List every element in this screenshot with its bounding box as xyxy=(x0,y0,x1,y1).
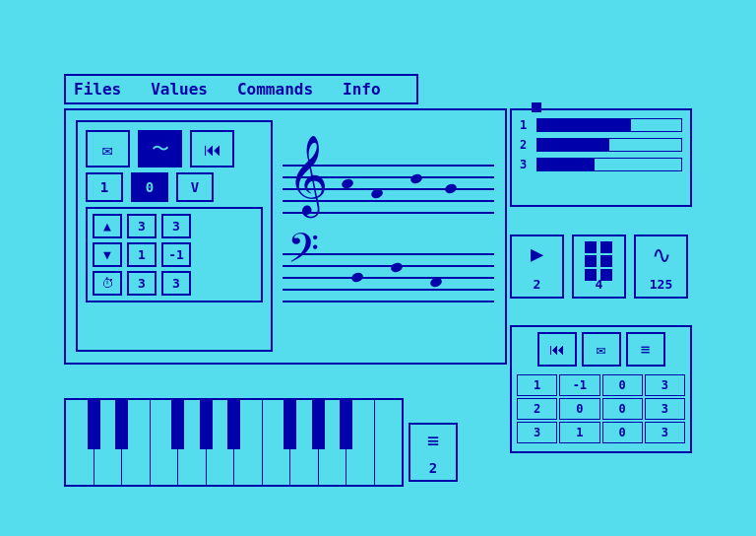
play-button[interactable]: ▶ 2 xyxy=(510,234,564,299)
track-panel: 1 2 3 xyxy=(510,108,692,207)
grid-icon xyxy=(585,241,614,271)
br-list-icon[interactable]: ≡ xyxy=(626,332,665,367)
grid-cell-1-2[interactable]: -1 xyxy=(559,374,599,396)
br-envelope-icon[interactable]: ✉ xyxy=(582,332,621,367)
track-bar-2[interactable] xyxy=(536,138,682,152)
play-icon: ▶ xyxy=(531,241,543,266)
treble-clef: 𝄞 xyxy=(287,140,328,209)
menu-files[interactable]: Files xyxy=(74,80,121,99)
icon-envelope[interactable]: ✉ xyxy=(86,130,130,168)
black-key-6[interactable] xyxy=(284,400,296,449)
decrescendo-icon[interactable]: ▼ xyxy=(93,242,122,267)
black-key-8[interactable] xyxy=(340,400,352,449)
val-3c[interactable]: 3 xyxy=(127,271,157,296)
num-row: 1 0 V xyxy=(86,172,263,202)
inner-row-2: ▼ 1 -1 xyxy=(93,242,256,267)
grid-cell-2-4[interactable]: 3 xyxy=(645,398,685,420)
track-level-3 xyxy=(537,159,595,170)
page-number: 2 xyxy=(429,460,437,476)
scroll-marker xyxy=(532,102,541,112)
icon-skip[interactable]: ⏮ xyxy=(190,130,234,168)
inner-controls-panel: ▲ 3 3 ▼ 1 -1 ⏱ 3 3 xyxy=(86,207,263,302)
val-neg1[interactable]: -1 xyxy=(161,242,191,267)
grid-cell-1-3[interactable]: 0 xyxy=(602,374,643,396)
track-level-2 xyxy=(537,139,609,151)
num-1[interactable]: 1 xyxy=(86,172,123,202)
grid-cell-2-2[interactable]: 0 xyxy=(559,398,599,420)
icon-wave[interactable]: 〜 xyxy=(138,130,182,168)
black-key-3[interactable] xyxy=(171,400,184,449)
page-icon: ≡ xyxy=(427,429,439,452)
inner-row-1: ▲ 3 3 xyxy=(93,214,256,238)
white-key-12[interactable] xyxy=(375,400,403,485)
track-row-1: 1 xyxy=(520,118,682,132)
clock-icon[interactable]: ⏱ xyxy=(93,271,122,296)
track-num-3: 3 xyxy=(520,158,532,171)
main-panel: ✉ 〜 ⏮ 1 0 V ▲ 3 3 ▼ 1 xyxy=(64,108,507,365)
track-num-1: 1 xyxy=(520,118,532,132)
bottom-right-panel: ⏮ ✉ ≡ 1 -1 0 3 2 0 0 3 3 1 0 3 xyxy=(510,325,692,453)
grid-cell-2-3[interactable]: 0 xyxy=(602,398,643,420)
grid-num: 4 xyxy=(596,277,603,292)
black-key-7[interactable] xyxy=(312,400,325,449)
num-0[interactable]: 0 xyxy=(131,172,168,202)
grid-cell-2-1[interactable]: 2 xyxy=(517,398,557,420)
wave-num: 125 xyxy=(650,277,672,292)
track-bar-1[interactable] xyxy=(536,118,682,132)
val-3a[interactable]: 3 xyxy=(127,214,157,238)
inner-row-3: ⏱ 3 3 xyxy=(93,271,256,296)
black-key-4[interactable] xyxy=(200,400,213,449)
play-num: 2 xyxy=(534,277,541,292)
grid-cell-3-1[interactable]: 3 xyxy=(517,422,557,443)
br-icon-row: ⏮ ✉ ≡ xyxy=(517,332,685,367)
track-row-3: 3 xyxy=(520,158,682,171)
wave-icon: ∿ xyxy=(652,241,671,269)
staff-area: 𝄞 𝄢 xyxy=(283,120,494,357)
track-bar-3[interactable] xyxy=(536,158,682,171)
val-3d[interactable]: 3 xyxy=(161,271,191,296)
grid-cell-1-4[interactable]: 3 xyxy=(645,374,685,396)
grid-cell-3-3[interactable]: 0 xyxy=(602,422,643,443)
grid-button[interactable]: 4 xyxy=(572,234,626,299)
menu-values[interactable]: Values xyxy=(151,80,208,99)
wave-button[interactable]: ∿ 125 xyxy=(634,234,688,299)
black-key-1[interactable] xyxy=(88,400,100,449)
main-container: Files Values Commands Info ✉ 〜 ⏮ 1 0 V xyxy=(0,0,756,536)
bass-clef: 𝄢 xyxy=(287,229,319,278)
br-value-grid: 1 -1 0 3 2 0 0 3 3 1 0 3 xyxy=(517,374,685,443)
transport-panel: ▶ 2 4 ∿ 125 xyxy=(510,222,692,310)
controls-panel: ✉ 〜 ⏮ 1 0 V ▲ 3 3 ▼ 1 xyxy=(76,120,273,352)
grid-cell-1-1[interactable]: 1 xyxy=(517,374,557,396)
val-3b[interactable]: 3 xyxy=(161,214,191,238)
page-num-box[interactable]: ≡ 2 xyxy=(409,423,458,482)
br-skip-icon[interactable]: ⏮ xyxy=(537,332,577,367)
grid-cell-3-2[interactable]: 1 xyxy=(559,422,599,443)
menu-info[interactable]: Info xyxy=(343,80,381,99)
track-num-2: 2 xyxy=(520,138,532,152)
piano-keyboard xyxy=(64,398,404,487)
track-row-2: 2 xyxy=(520,138,682,152)
menu-bar: Files Values Commands Info xyxy=(64,74,418,104)
black-key-2[interactable] xyxy=(115,400,128,449)
menu-commands[interactable]: Commands xyxy=(237,80,313,99)
keys-container xyxy=(66,400,402,485)
val-1a[interactable]: 1 xyxy=(127,242,157,267)
top-icon-row: ✉ 〜 ⏮ xyxy=(86,130,263,168)
black-key-5[interactable] xyxy=(227,400,240,449)
track-level-1 xyxy=(537,119,631,131)
crescendo-icon[interactable]: ▲ xyxy=(93,214,122,238)
grid-cell-3-4[interactable]: 3 xyxy=(645,422,685,443)
num-v[interactable]: V xyxy=(176,172,214,202)
